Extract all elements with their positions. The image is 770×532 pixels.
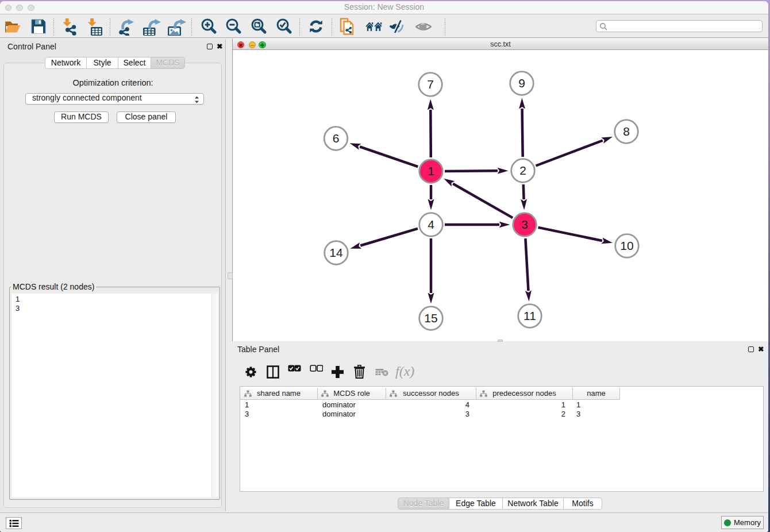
svg-text:2: 2 [519, 164, 526, 177]
svg-text:1: 1 [428, 164, 434, 178]
svg-text:9: 9 [518, 76, 525, 90]
svg-text:10: 10 [620, 239, 633, 252]
svg-text:4: 4 [428, 218, 434, 231]
svg-text:3: 3 [521, 218, 528, 231]
svg-text:11: 11 [523, 309, 536, 322]
svg-text:15: 15 [424, 311, 437, 325]
svg-text:6: 6 [333, 132, 340, 145]
svg-text:7: 7 [427, 78, 434, 91]
svg-text:8: 8 [623, 125, 630, 138]
svg-text:14: 14 [329, 246, 343, 259]
